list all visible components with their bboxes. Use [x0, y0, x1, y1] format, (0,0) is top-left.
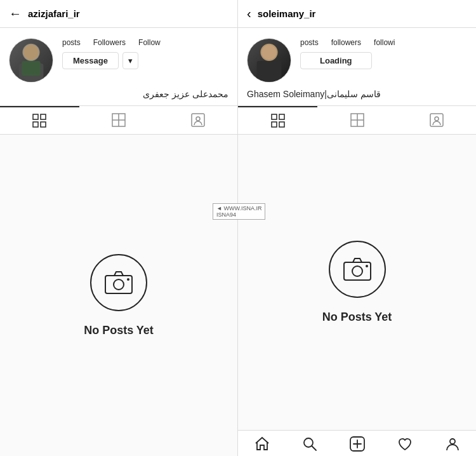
right-avatar: [247, 38, 291, 83]
home-icon: [254, 436, 270, 452]
add-icon: [349, 436, 366, 452]
svg-point-12: [196, 117, 200, 121]
svg-rect-11: [192, 114, 204, 126]
nav-profile-button[interactable]: [428, 436, 476, 452]
right-posts-label: posts: [300, 38, 319, 47]
left-stats-row: posts Followers Follow: [62, 38, 228, 47]
left-stats-area: posts Followers Follow Message ▾: [62, 38, 228, 69]
right-no-posts-text: No Posts Yet: [322, 311, 392, 324]
bottom-nav: [238, 430, 476, 456]
watermark: ◄ WWW.ISNA.IRISNA94: [213, 203, 265, 220]
right-camera-icon: [343, 258, 371, 281]
svg-rect-19: [272, 114, 277, 119]
svg-point-2: [23, 44, 39, 60]
left-display-name: محمدعلی عزیز جعفری: [0, 89, 237, 105]
left-no-posts-area: No Posts Yet: [0, 135, 237, 456]
right-loading-button[interactable]: Loading: [300, 52, 372, 69]
nav-add-button[interactable]: [333, 436, 381, 452]
left-camera-circle: [90, 254, 147, 311]
left-action-row: Message ▾: [62, 52, 228, 69]
right-tab-list[interactable]: [317, 106, 397, 134]
svg-rect-26: [430, 114, 443, 126]
right-stats-row: posts followers followi: [300, 38, 467, 47]
right-username: soleimany_ir: [258, 8, 316, 19]
right-action-row: Loading: [300, 52, 467, 69]
svg-rect-22: [279, 122, 284, 127]
left-profile-info: posts Followers Follow Message ▾: [0, 28, 237, 89]
left-back-button[interactable]: ←: [9, 6, 22, 21]
right-stats-area: posts followers followi Loading: [300, 38, 467, 69]
svg-rect-21: [272, 122, 277, 127]
left-tab-grid[interactable]: [0, 106, 79, 134]
svg-rect-20: [279, 114, 284, 119]
left-tab-list[interactable]: [79, 106, 159, 134]
nav-search-button[interactable]: [286, 436, 333, 452]
left-message-button[interactable]: Message: [62, 52, 119, 69]
svg-rect-6: [33, 122, 38, 127]
svg-line-32: [312, 446, 316, 451]
nav-heart-button[interactable]: [381, 436, 428, 452]
right-following-label: followi: [374, 38, 395, 47]
svg-point-29: [352, 266, 362, 276]
right-profile-info: posts followers followi Loading: [238, 28, 476, 89]
nav-home-button[interactable]: [238, 436, 286, 452]
left-header: ← azizjafari_ir: [0, 0, 237, 28]
left-posts-label: posts: [62, 38, 81, 47]
svg-rect-7: [41, 122, 46, 127]
left-panel: ← azizjafari_ir posts Followers Follow: [0, 0, 238, 456]
svg-rect-17: [257, 61, 282, 82]
svg-point-14: [114, 279, 124, 290]
svg-rect-5: [41, 114, 46, 119]
svg-point-30: [366, 265, 368, 267]
search-icon: [301, 436, 318, 452]
right-display-name: Ghasem Soleimany|قاسم سلیمانی: [238, 89, 476, 105]
svg-rect-3: [22, 61, 40, 76]
left-dropdown-button[interactable]: ▾: [122, 52, 138, 69]
right-tab-bar: [238, 105, 476, 135]
right-panel: ‹ soleimany_ir posts followers followi L…: [238, 0, 476, 456]
left-no-posts-text: No Posts Yet: [84, 324, 154, 337]
left-username: azizjafari_ir: [28, 8, 80, 19]
right-tab-grid[interactable]: [238, 106, 317, 134]
left-followers-label: Followers: [93, 38, 126, 47]
right-tab-tagged[interactable]: [397, 106, 476, 134]
heart-icon: [397, 436, 413, 452]
left-following-label: Follow: [138, 38, 161, 47]
watermark-text: ◄ WWW.ISNA.IRISNA94: [216, 205, 261, 218]
right-followers-label: followers: [331, 38, 361, 47]
right-header: ‹ soleimany_ir: [238, 0, 476, 28]
right-camera-circle: [329, 241, 386, 298]
profile-icon: [444, 436, 461, 452]
svg-point-27: [435, 117, 439, 121]
right-no-posts-area: No Posts Yet: [238, 135, 476, 430]
svg-point-18: [261, 45, 276, 60]
left-camera-icon: [105, 271, 133, 294]
left-tab-tagged[interactable]: [158, 106, 237, 134]
right-back-button[interactable]: ‹: [247, 6, 251, 21]
svg-point-36: [450, 439, 455, 444]
left-tab-bar: [0, 105, 237, 135]
left-avatar: [9, 38, 53, 83]
svg-point-15: [127, 278, 129, 281]
svg-rect-4: [33, 114, 38, 119]
